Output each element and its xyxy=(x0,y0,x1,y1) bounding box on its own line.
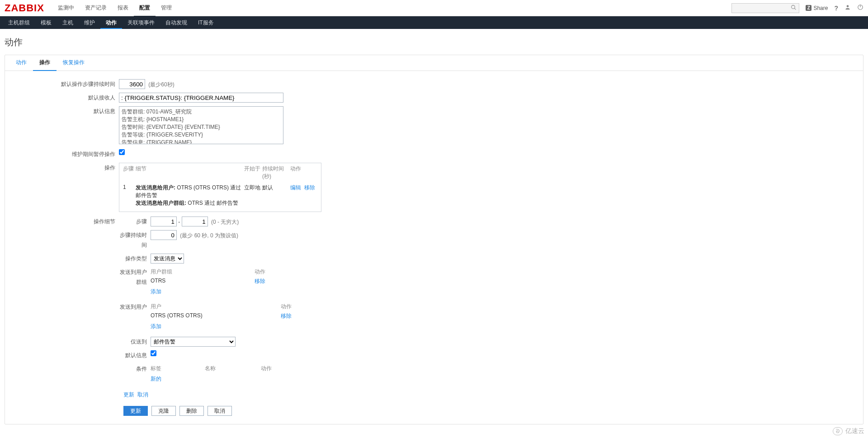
sublabel-only-to: 仅送到 xyxy=(119,337,151,347)
label-pause-maintenance: 维护期间暂停操作 xyxy=(9,149,119,159)
col-cond-label: 标签 xyxy=(151,365,205,372)
oph-step: 步骤 xyxy=(123,165,136,180)
input-step-duration[interactable] xyxy=(151,230,177,240)
col-cond-action: 动作 xyxy=(261,365,281,372)
subnav-correlation[interactable]: 关联项事件 xyxy=(122,16,160,29)
hint-step-duration: (最少 60 秒, 0 为预设值) xyxy=(180,232,238,239)
col-user-group: 用户群组 xyxy=(151,268,255,276)
subnav-hostgroups[interactable]: 主机群组 xyxy=(3,16,35,29)
op-start: 立即地 xyxy=(244,184,262,207)
subnav-hosts[interactable]: 主机 xyxy=(57,16,79,29)
nav-configuration[interactable]: 配置 xyxy=(134,0,156,17)
hint-default-step-duration: (最少60秒) xyxy=(148,81,174,88)
user-row-name: OTRS (OTRS OTRS) xyxy=(151,312,281,320)
tab-recovery[interactable]: 恢复操作 xyxy=(57,55,91,71)
nav-administration[interactable]: 管理 xyxy=(156,0,177,17)
label-default-message: 默认信息 xyxy=(9,106,119,146)
checkbox-default-msg[interactable] xyxy=(151,350,156,356)
op-edit-link[interactable]: 编辑 xyxy=(290,184,301,191)
sublabel-send-group: 发送到用户群组 xyxy=(119,267,151,287)
col-action-1: 动作 xyxy=(255,268,277,276)
cancel-button[interactable]: 取消 xyxy=(208,406,232,416)
watermark-icon: ᘐ xyxy=(833,427,843,433)
share-label: Share xyxy=(813,5,828,11)
op-step: 1 xyxy=(123,184,136,207)
help-icon[interactable]: ? xyxy=(834,5,838,12)
share-button[interactable]: Z Share xyxy=(806,5,828,11)
sublabel-step-duration: 步骤持续时间 xyxy=(119,230,151,250)
input-step-from[interactable] xyxy=(151,217,177,226)
op-detail: 发送消息给用户: OTRS (OTRS OTRS) 通过 邮件告警 发送消息给用… xyxy=(136,184,244,207)
sublabel-steps: 步骤 xyxy=(119,217,151,226)
svg-point-0 xyxy=(792,5,795,9)
label-operation-detail: 操作细节 xyxy=(9,217,119,386)
share-icon: Z xyxy=(806,5,811,11)
sub-nav: 主机群组 模板 主机 维护 动作 关联项事件 自动发现 IT服务 xyxy=(0,16,868,29)
hint-steps: (0 - 无穷大) xyxy=(211,219,239,225)
label-operations: 操作 xyxy=(9,163,119,212)
detail-update-link[interactable]: 更新 xyxy=(123,391,134,398)
oph-start: 开始于 xyxy=(244,165,262,180)
clone-button[interactable]: 克隆 xyxy=(151,406,176,416)
user-add-link[interactable]: 添加 xyxy=(151,323,161,330)
label-default-step-duration: 默认操作步骤持续时间 xyxy=(9,79,119,89)
subnav-itservices[interactable]: IT服务 xyxy=(193,16,219,29)
group-remove-link[interactable]: 移除 xyxy=(255,278,265,284)
input-default-step-duration[interactable] xyxy=(119,79,145,89)
oph-action: 动作 xyxy=(290,165,317,180)
sublabel-default-msg: 默认信息 xyxy=(119,350,151,360)
subnav-templates[interactable]: 模板 xyxy=(35,16,57,29)
top-nav: 监测中 资产记录 报表 配置 管理 xyxy=(52,0,732,17)
group-row-name: OTRS xyxy=(151,278,255,285)
col-user: 用户 xyxy=(151,303,281,311)
tabs: 动作 操作 恢复操作 xyxy=(5,55,863,71)
select-op-type[interactable]: 发送消息 xyxy=(151,254,184,264)
delete-button[interactable]: 删除 xyxy=(179,406,204,416)
input-step-to[interactable] xyxy=(182,217,208,226)
group-add-link[interactable]: 添加 xyxy=(151,288,161,295)
search-icon xyxy=(791,5,797,12)
svg-line-1 xyxy=(795,8,796,9)
operations-table: 步骤 细节 开始于 持续时间(秒) 动作 1 发送消息给用户: OTRS (OT… xyxy=(119,163,321,212)
textarea-default-message[interactable]: 告警群组: 0701-AWS_研究院 告警主机: {HOSTNAME1} 告警时… xyxy=(119,106,283,144)
sublabel-op-type: 操作类型 xyxy=(119,254,151,264)
subnav-actions[interactable]: 动作 xyxy=(100,16,122,29)
nav-inventory[interactable]: 资产记录 xyxy=(80,0,112,17)
op-remove-link[interactable]: 移除 xyxy=(304,184,315,191)
svg-point-2 xyxy=(847,5,849,7)
nav-monitoring[interactable]: 监测中 xyxy=(52,0,80,17)
subnav-discovery[interactable]: 自动发现 xyxy=(160,16,193,29)
checkbox-pause-maintenance[interactable] xyxy=(119,149,125,155)
nav-reports[interactable]: 报表 xyxy=(112,0,134,17)
col-action-2: 动作 xyxy=(281,303,303,311)
zabbix-logo: ZABBIX xyxy=(5,2,44,14)
user-remove-link[interactable]: 移除 xyxy=(281,313,292,319)
label-default-recipient: 默认接收人 xyxy=(9,93,119,103)
logout-icon[interactable] xyxy=(857,4,863,12)
watermark: ᘐ 亿速云 xyxy=(833,427,864,433)
oph-duration: 持续时间(秒) xyxy=(262,165,290,180)
subnav-maintenance[interactable]: 维护 xyxy=(79,16,100,29)
page-title: 动作 xyxy=(5,33,863,55)
tab-action[interactable]: 动作 xyxy=(9,55,33,71)
input-default-recipient[interactable] xyxy=(119,93,283,103)
op-duration: 默认 xyxy=(262,184,290,207)
search-input[interactable] xyxy=(731,3,799,13)
update-button[interactable]: 更新 xyxy=(123,406,148,416)
cond-new-link[interactable]: 新的 xyxy=(151,376,161,382)
tab-operations[interactable]: 操作 xyxy=(33,55,57,71)
oph-detail: 细节 xyxy=(136,165,244,180)
sublabel-send-user: 发送到用户 xyxy=(119,302,151,312)
detail-cancel-link[interactable]: 取消 xyxy=(137,391,148,398)
user-icon[interactable] xyxy=(844,4,851,12)
col-cond-name: 名称 xyxy=(205,365,261,372)
sublabel-conditions: 条件 xyxy=(119,364,151,374)
select-only-to[interactable]: 邮件告警 xyxy=(151,337,236,347)
op-actions: 编辑 移除 xyxy=(290,184,317,207)
